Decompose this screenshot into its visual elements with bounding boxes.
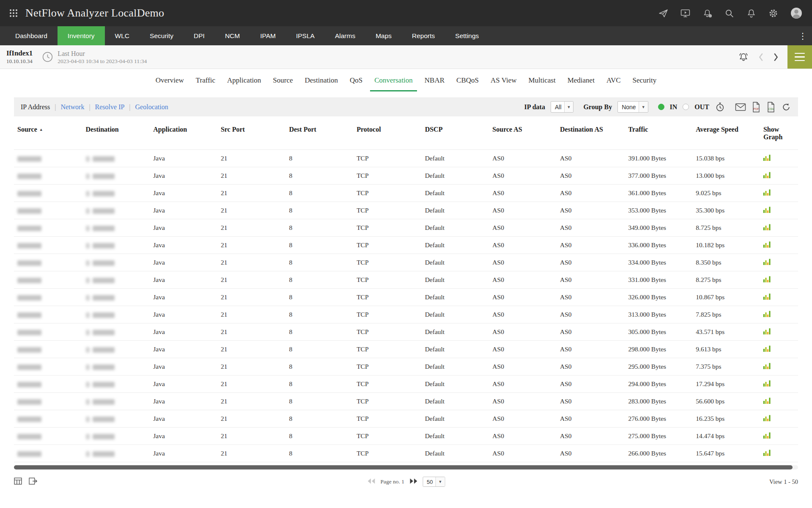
- nav-item-wlc[interactable]: WLC: [105, 26, 140, 45]
- nav-item-dashboard[interactable]: Dashboard: [5, 26, 58, 45]
- bar-chart-icon[interactable]: [763, 206, 771, 213]
- horizontal-scrollbar[interactable]: [14, 465, 798, 469]
- cell-show-graph: [760, 219, 798, 237]
- bar-chart-icon[interactable]: [763, 224, 771, 230]
- tab-overview[interactable]: Overview: [150, 69, 190, 91]
- cell-traffic: 295.000 Bytes: [625, 358, 693, 375]
- notifications-bell-icon[interactable]: [746, 8, 757, 19]
- search-icon[interactable]: [724, 8, 735, 19]
- column-header-source[interactable]: Source▲: [14, 116, 82, 150]
- tab-destination[interactable]: Destination: [299, 69, 344, 91]
- next-interface-icon[interactable]: [773, 52, 779, 62]
- alarm-bell-icon[interactable]: [738, 51, 749, 63]
- stopwatch-icon[interactable]: [715, 102, 725, 112]
- tab-avc[interactable]: AVC: [601, 69, 627, 91]
- tab-conversation[interactable]: Conversation: [368, 69, 419, 91]
- nav-item-ipsla[interactable]: IPSLA: [286, 26, 325, 45]
- filter-link-ip-address[interactable]: IP Address: [21, 103, 50, 111]
- tab-application[interactable]: Application: [221, 69, 267, 91]
- nav-item-ncm[interactable]: NCM: [215, 26, 250, 45]
- tab-medianet[interactable]: Medianet: [562, 69, 601, 91]
- tab-cbqos[interactable]: CBQoS: [450, 69, 485, 91]
- bar-chart-icon[interactable]: [763, 241, 771, 248]
- bar-chart-icon[interactable]: [763, 154, 771, 161]
- group-by-select[interactable]: None ▼: [617, 101, 648, 113]
- prev-interface-icon[interactable]: [758, 52, 764, 62]
- column-header-traffic[interactable]: Traffic: [625, 116, 693, 150]
- cell-dest-port: 8: [285, 393, 353, 410]
- nav-more-menu-icon[interactable]: ⋮: [793, 26, 812, 45]
- nav-item-inventory[interactable]: Inventory: [58, 26, 105, 45]
- filter-controls: IP data All ▼ Group By None ▼ IN OUT: [524, 101, 791, 113]
- column-header-dest-port[interactable]: Dest Port: [285, 116, 353, 150]
- time-period[interactable]: Last Hour 2023-04-03 10:34 to 2023-04-03…: [58, 50, 147, 65]
- column-header-source-as[interactable]: Source AS: [489, 116, 557, 150]
- cell-source-as: AS0: [489, 410, 557, 428]
- bar-chart-icon[interactable]: [763, 189, 771, 196]
- bar-chart-icon[interactable]: [763, 397, 771, 404]
- export-table-icon[interactable]: [29, 478, 38, 486]
- screen-share-icon[interactable]: [680, 8, 691, 19]
- tab-multicast[interactable]: Multicast: [522, 69, 561, 91]
- column-header-dscp[interactable]: DSCP: [422, 116, 489, 150]
- column-header-src-port[interactable]: Src Port: [217, 116, 286, 150]
- bar-chart-icon[interactable]: [763, 258, 771, 265]
- email-icon[interactable]: [735, 103, 746, 111]
- nav-item-alarms[interactable]: Alarms: [325, 26, 365, 45]
- nav-item-reports[interactable]: Reports: [402, 26, 445, 45]
- bar-chart-icon[interactable]: [763, 276, 771, 282]
- nav-item-dpi[interactable]: DPI: [184, 26, 215, 45]
- column-header-destination[interactable]: Destination: [82, 116, 150, 150]
- bar-chart-icon[interactable]: [763, 449, 771, 456]
- page-size-select[interactable]: 50 ▼: [422, 477, 445, 487]
- bar-chart-icon[interactable]: [763, 328, 771, 334]
- column-header-average-speed[interactable]: Average Speed: [692, 116, 760, 150]
- cell-avg-speed: 7.375 bps: [692, 358, 760, 375]
- column-header-show-graph[interactable]: Show Graph: [760, 116, 798, 150]
- table-settings-icon[interactable]: [14, 478, 22, 486]
- nav-item-ipam[interactable]: IPAM: [250, 26, 286, 45]
- out-radio[interactable]: [683, 104, 689, 110]
- alarm-settings-icon[interactable]: [702, 8, 713, 19]
- bar-chart-icon[interactable]: [763, 432, 771, 439]
- tab-traffic[interactable]: Traffic: [190, 69, 221, 91]
- cell-source: [14, 219, 82, 237]
- bar-chart-icon[interactable]: [763, 362, 771, 369]
- nav-item-security[interactable]: Security: [140, 26, 184, 45]
- bar-chart-icon[interactable]: [763, 414, 771, 421]
- launch-icon[interactable]: [658, 8, 669, 19]
- column-header-application[interactable]: Application: [150, 116, 217, 150]
- table-row: Java 21 8 TCP Default AS0 AS0 305.000 By…: [14, 323, 798, 341]
- user-avatar[interactable]: [790, 7, 803, 19]
- in-radio[interactable]: [658, 104, 664, 110]
- settings-gear-icon[interactable]: [768, 8, 779, 19]
- nav-item-settings[interactable]: Settings: [445, 26, 489, 45]
- ip-data-select[interactable]: All ▼: [551, 101, 573, 113]
- column-header-protocol[interactable]: Protocol: [353, 116, 422, 150]
- bar-chart-icon[interactable]: [763, 310, 771, 317]
- first-page-icon[interactable]: [367, 478, 376, 486]
- interface-menu-button[interactable]: [787, 45, 812, 69]
- column-header-destination-as[interactable]: Destination AS: [557, 116, 625, 150]
- filter-link-geolocation[interactable]: Geolocation: [135, 103, 168, 111]
- scrollbar-thumb[interactable]: [14, 465, 793, 469]
- cell-protocol: TCP: [353, 219, 422, 237]
- export-pdf-icon[interactable]: PDF: [752, 102, 761, 113]
- filter-link-resolve-ip[interactable]: Resolve IP: [95, 103, 125, 111]
- clock-icon[interactable]: [42, 51, 53, 63]
- refresh-icon[interactable]: [781, 102, 791, 112]
- filter-link-network[interactable]: Network: [60, 103, 84, 111]
- tab-qos[interactable]: QoS: [344, 69, 368, 91]
- export-csv-icon[interactable]: CSV: [766, 102, 776, 113]
- tab-nbar[interactable]: NBAR: [419, 69, 450, 91]
- bar-chart-icon[interactable]: [763, 293, 771, 300]
- nav-item-maps[interactable]: Maps: [365, 26, 402, 45]
- bar-chart-icon[interactable]: [763, 171, 771, 178]
- apps-grid-icon[interactable]: [9, 9, 18, 17]
- bar-chart-icon[interactable]: [763, 380, 771, 387]
- next-page-icon[interactable]: [409, 478, 418, 486]
- tab-as-view[interactable]: AS View: [485, 69, 522, 91]
- tab-security[interactable]: Security: [627, 69, 663, 91]
- tab-source[interactable]: Source: [267, 69, 299, 91]
- bar-chart-icon[interactable]: [763, 345, 771, 352]
